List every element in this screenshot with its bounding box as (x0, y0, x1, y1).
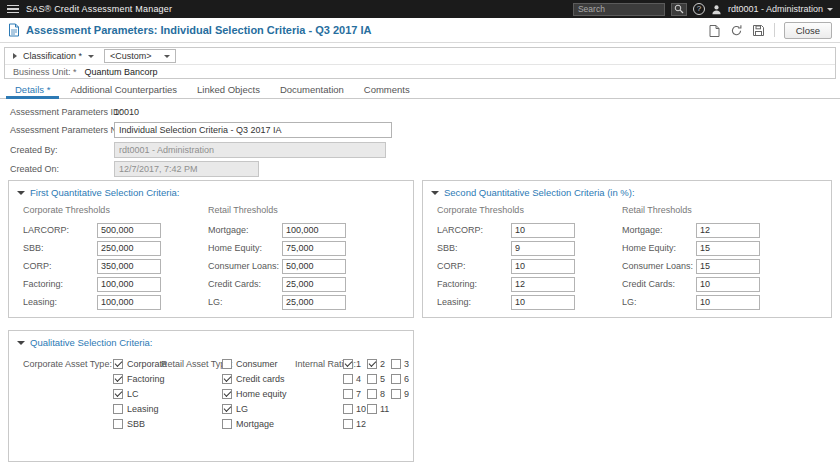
lc-checkbox[interactable] (113, 389, 123, 399)
menu-icon[interactable] (7, 3, 19, 16)
credit-cards-pct-input[interactable] (696, 277, 760, 292)
corporate-asset-option[interactable]: SBB (113, 416, 167, 431)
form-row: Created By: (10, 141, 386, 158)
leasing-checkbox[interactable] (113, 404, 123, 414)
tab-documentation[interactable]: Documentation (271, 81, 353, 99)
corporate-asset-option[interactable]: Leasing (113, 401, 167, 416)
export-icon[interactable] (708, 24, 721, 37)
sbb-threshold-input[interactable] (97, 241, 161, 256)
rating-option[interactable]: 10 (343, 404, 367, 414)
collapse-icon[interactable] (431, 191, 439, 195)
checkbox-label: 10 (356, 404, 366, 414)
rating-8-checkbox[interactable] (367, 389, 377, 399)
corporate-asset-option[interactable]: Corporate (113, 356, 167, 371)
larcorp-pct-input[interactable] (511, 223, 575, 238)
expand-icon[interactable] (13, 53, 17, 59)
user-menu[interactable]: rdt0001 - Administration (728, 4, 833, 14)
rating-6-checkbox[interactable] (391, 374, 401, 384)
rating-option[interactable]: 8 (367, 389, 391, 399)
threshold-label: Leasing: (23, 297, 97, 307)
rating-option[interactable]: 1 (343, 359, 367, 369)
rating-option[interactable]: 3 (391, 359, 414, 369)
rating-option[interactable]: 6 (391, 374, 414, 384)
tab-additional-counterparties[interactable]: Additional Counterparties (61, 81, 186, 99)
rating-1-checkbox[interactable] (343, 359, 353, 369)
save-icon[interactable] (752, 24, 765, 37)
lg-threshold-input[interactable] (282, 295, 346, 310)
tab-comments[interactable]: Comments (355, 81, 419, 99)
rating-option[interactable]: 2 (367, 359, 391, 369)
mortgage-threshold-input[interactable] (282, 223, 346, 238)
checkbox-label: Mortgage (236, 419, 274, 429)
factoring-threshold-input[interactable] (97, 277, 161, 292)
rating-3-checkbox[interactable] (391, 359, 401, 369)
leasing-threshold-input[interactable] (97, 295, 161, 310)
factoring-pct-input[interactable] (511, 277, 575, 292)
threshold-label: Credit Cards: (208, 279, 282, 289)
rating-10-checkbox[interactable] (343, 404, 353, 414)
checkbox-label: 11 (380, 404, 389, 414)
checkbox-label: Home equity (236, 389, 287, 399)
rating-7-checkbox[interactable] (343, 389, 353, 399)
larcorp-threshold-input[interactable] (97, 223, 161, 238)
assessment-name-input[interactable] (114, 122, 392, 138)
checkbox-label: LC (127, 389, 139, 399)
refresh-icon[interactable] (730, 24, 743, 37)
assessment-id-label: Assessment Parameters ID: (10, 107, 114, 117)
tab-details[interactable]: Details * (6, 81, 59, 99)
corporate-checkbox[interactable] (113, 359, 123, 369)
home-equity-threshold-input[interactable] (282, 241, 346, 256)
help-icon[interactable]: ? (693, 3, 705, 15)
rating-11-checkbox[interactable] (367, 404, 377, 414)
rating-4-checkbox[interactable] (343, 374, 353, 384)
rating-option[interactable]: 7 (343, 389, 367, 399)
threshold-label: SBB: (23, 243, 97, 253)
form-row: Assessment Parameters ID: 10010 (10, 103, 139, 120)
retail-asset-option[interactable]: Home equity (222, 386, 287, 401)
tab-linked-objects[interactable]: Linked Objects (188, 81, 269, 99)
close-button[interactable]: Close (784, 22, 832, 39)
divider (774, 23, 775, 37)
corp-threshold-input[interactable] (97, 259, 161, 274)
mortgage-pct-input[interactable] (696, 223, 760, 238)
retail-asset-option[interactable]: LG (222, 401, 287, 416)
credit-cards-checkbox[interactable] (222, 374, 232, 384)
consumer-loans-pct-input[interactable] (696, 259, 760, 274)
home-equity-checkbox[interactable] (222, 389, 232, 399)
rating-9-checkbox[interactable] (391, 389, 401, 399)
threshold-label: Home Equity: (622, 243, 696, 253)
home-equity-pct-input[interactable] (696, 241, 760, 256)
sbb-pct-input[interactable] (511, 241, 575, 256)
consumer-checkbox[interactable] (222, 359, 232, 369)
rating-2-checkbox[interactable] (367, 359, 377, 369)
search-input[interactable] (573, 3, 665, 16)
checkbox-label: 5 (380, 374, 385, 384)
credit-cards-threshold-input[interactable] (282, 277, 346, 292)
corporate-asset-option[interactable]: Factoring (113, 371, 167, 386)
mortgage-checkbox[interactable] (222, 419, 232, 429)
retail-asset-option[interactable]: Mortgage (222, 416, 287, 431)
corporate-asset-option[interactable]: LC (113, 386, 167, 401)
consumer-loans-threshold-input[interactable] (282, 259, 346, 274)
leasing-pct-input[interactable] (511, 295, 575, 310)
lg-checkbox[interactable] (222, 404, 232, 414)
rating-option[interactable]: 5 (367, 374, 391, 384)
corp-pct-input[interactable] (511, 259, 575, 274)
chevron-down-icon[interactable] (88, 55, 94, 58)
collapse-icon[interactable] (17, 191, 25, 195)
rating-option[interactable]: 9 (391, 389, 414, 399)
rating-option[interactable]: 11 (367, 404, 391, 414)
sbb-checkbox[interactable] (113, 419, 123, 429)
collapse-icon[interactable] (17, 341, 25, 345)
rating-12-checkbox[interactable] (343, 419, 353, 429)
rating-5-checkbox[interactable] (367, 374, 377, 384)
user-menu-label: rdt0001 - Administration (728, 4, 823, 14)
factoring-checkbox[interactable] (113, 374, 123, 384)
rating-option[interactable]: 4 (343, 374, 367, 384)
search-icon[interactable] (671, 3, 687, 16)
classification-dropdown[interactable]: <Custom> (104, 49, 176, 63)
rating-option[interactable]: 12 (343, 419, 367, 429)
retail-asset-option[interactable]: Consumer (222, 356, 287, 371)
retail-asset-option[interactable]: Credit cards (222, 371, 287, 386)
lg-pct-input[interactable] (696, 295, 760, 310)
